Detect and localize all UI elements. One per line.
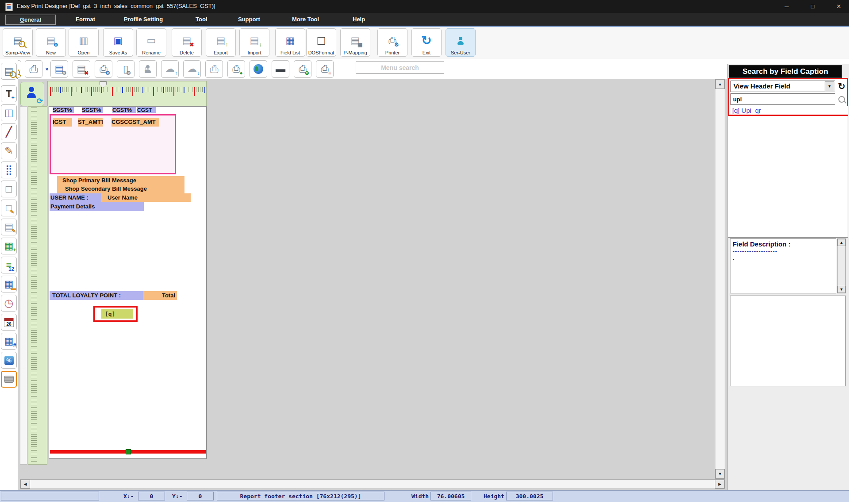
menu-item-more-tool[interactable]: More Tool bbox=[288, 15, 323, 24]
field-chip[interactable]: IGST bbox=[53, 118, 72, 127]
field-chip[interactable]: CGST bbox=[137, 107, 156, 113]
menu-item-profile-setting[interactable]: Profile Setting bbox=[120, 15, 166, 24]
ruler-tick bbox=[91, 87, 92, 96]
export-button[interactable]: ▤↑Export bbox=[206, 28, 236, 57]
cash-drawer-button[interactable]: ▬ bbox=[272, 60, 289, 78]
insert-text-icon: T+ bbox=[6, 89, 12, 99]
report-page[interactable]: SGST% SGST% CGST% CGST IGST ST_AMTT CGSC… bbox=[49, 106, 207, 459]
chevron-down-icon[interactable]: ▼ bbox=[825, 81, 834, 91]
scroll-right-button[interactable]: ▶ bbox=[715, 480, 725, 489]
minimize-button[interactable]: ─ bbox=[779, 0, 794, 13]
rename-button[interactable]: ▭Rename bbox=[136, 28, 166, 57]
menu-item-support[interactable]: Support bbox=[234, 15, 264, 24]
search-results-list[interactable] bbox=[728, 116, 848, 238]
ser-user-button[interactable]: Ser-User bbox=[446, 28, 476, 57]
pencil-tool[interactable]: ✎ bbox=[1, 142, 17, 159]
dosformat-button[interactable]: □DOSFormat bbox=[306, 28, 336, 57]
ruler-minor-ticks bbox=[50, 87, 204, 92]
canvas-horizontal-scrollbar[interactable]: ◀ ▶ bbox=[20, 479, 725, 489]
cloud-download-button[interactable]: ☁↓ bbox=[183, 60, 201, 78]
calendar-tool[interactable]: 26 bbox=[1, 314, 17, 331]
scroll-left-button[interactable]: ◀ bbox=[20, 480, 30, 489]
clock-tool[interactable]: ◷ bbox=[1, 295, 17, 312]
maximize-button[interactable]: □ bbox=[805, 0, 820, 13]
total-loyalty-label-field[interactable]: TOTAL LOYALTY POINT : bbox=[50, 291, 143, 300]
total-loyalty-value-field[interactable]: Total bbox=[143, 291, 177, 300]
user-name-label-field[interactable]: USER NAME : bbox=[50, 193, 102, 202]
scroll-up-button[interactable]: ▲ bbox=[837, 239, 845, 246]
new-button[interactable]: ▤⊕New bbox=[36, 28, 66, 57]
exit-button[interactable]: ↻Exit bbox=[411, 28, 442, 57]
field-caption-search-input[interactable] bbox=[730, 93, 835, 105]
printer-add-button[interactable]: ⎙⊕ bbox=[294, 60, 311, 78]
edit-page-tool[interactable]: □✎ bbox=[1, 200, 17, 216]
user-refresh-corner-button[interactable]: ⟳ bbox=[20, 82, 44, 106]
menu-item-help[interactable]: Help bbox=[349, 15, 369, 24]
toolbar-overflow-chevron[interactable]: » bbox=[44, 60, 50, 78]
user-export-button[interactable]: ↓ bbox=[139, 60, 157, 78]
receipt-printer-button[interactable]: ⎙ bbox=[205, 60, 223, 78]
scroll-down-button[interactable]: ▼ bbox=[837, 286, 845, 293]
printer-button[interactable]: ⎙⚙Printer bbox=[377, 28, 407, 57]
scroll-up-button[interactable]: ▲ bbox=[715, 79, 725, 89]
menu-item-general[interactable]: General bbox=[5, 15, 56, 25]
percent-tool[interactable]: % bbox=[1, 352, 17, 369]
field-chip[interactable]: SGST% bbox=[82, 107, 103, 113]
search-result-item[interactable]: [q] Upi_qr bbox=[730, 106, 848, 115]
samp-view-button[interactable]: ▤Samp-View bbox=[3, 28, 33, 57]
dot-matrix-tool[interactable]: ⣿ bbox=[1, 162, 17, 178]
secondary-message-field[interactable]: Shop Secondary Bill Message bbox=[57, 185, 184, 193]
insert-text-tool[interactable]: T+ bbox=[1, 85, 17, 102]
p-mapping-button[interactable]: ▤▦P-Mapping bbox=[340, 28, 370, 57]
menu-search-input[interactable] bbox=[356, 62, 444, 74]
search-icon bbox=[838, 96, 845, 103]
canvas-vertical-scrollbar[interactable]: ▲ ▼ bbox=[715, 79, 725, 479]
refresh-button[interactable]: ↻ bbox=[837, 81, 847, 92]
ruler-position-marker[interactable] bbox=[100, 81, 107, 88]
field-type-dropdown[interactable]: View Header Field ▼ bbox=[730, 81, 835, 92]
menu-item-format[interactable]: Format bbox=[72, 15, 99, 24]
blank-page-tool[interactable]: □ bbox=[1, 181, 17, 197]
tax-section-box[interactable]: IGST ST_AMTT CGSCGST_AMT bbox=[50, 114, 176, 174]
panel-layout-tool[interactable]: ◫ bbox=[1, 104, 17, 121]
import-button[interactable]: ▤↓Import bbox=[239, 28, 269, 57]
save-as-button[interactable]: ▣Save As bbox=[103, 28, 133, 57]
payment-details-header-field[interactable]: Payment Details bbox=[50, 202, 144, 211]
draw-line-tool[interactable]: ╱ bbox=[1, 123, 17, 140]
sample-preview-tool[interactable]: ▤ bbox=[1, 63, 17, 80]
total-loyalty-row[interactable]: TOTAL LOYALTY POINT : Total bbox=[50, 291, 177, 300]
field-chip[interactable]: CGSCGST_AMT bbox=[111, 118, 159, 127]
page-setup-button[interactable]: ▯⚙ bbox=[117, 60, 134, 78]
edit-lines-tool[interactable]: ▤✎ bbox=[1, 219, 17, 235]
delete-button[interactable]: ▤✖Delete bbox=[172, 28, 202, 57]
numeric-table-tool[interactable]: ▦# bbox=[1, 333, 17, 350]
format-delete-button[interactable]: ▤✖ bbox=[73, 60, 90, 78]
print-button[interactable]: ⎙ bbox=[25, 60, 42, 78]
cloud-upload-button[interactable]: ☁↑ bbox=[161, 60, 179, 78]
report-block-tool[interactable]: ▦▬ bbox=[1, 276, 17, 292]
upi-qr-field[interactable]: [q] bbox=[101, 309, 133, 319]
user-name-value-field[interactable]: User Name bbox=[101, 193, 191, 202]
field-chip[interactable]: SGST% bbox=[53, 107, 74, 113]
printer-settings-button[interactable]: ⎙⚙ bbox=[95, 60, 112, 78]
report-settings-button[interactable]: ▤⚙ bbox=[50, 60, 68, 78]
numbered-list-tool[interactable]: ≡12 bbox=[1, 257, 17, 273]
field-chip[interactable]: CGST% bbox=[112, 107, 136, 113]
web-button[interactable] bbox=[250, 60, 267, 78]
insert-image-tool[interactable]: ▦+ bbox=[1, 238, 17, 254]
scroll-down-button[interactable]: ▼ bbox=[715, 469, 725, 479]
menu-item-tool[interactable]: Tool bbox=[192, 15, 211, 24]
printer-format-button[interactable]: ⎙≡ bbox=[316, 60, 334, 78]
currency-coins-tool[interactable] bbox=[1, 371, 17, 388]
field-list-button[interactable]: ▦Field List bbox=[275, 28, 305, 57]
bill-message-block[interactable]: Shop Primary Bill Message Shop Secondary… bbox=[57, 176, 184, 193]
open-button[interactable]: ▥Open bbox=[69, 28, 99, 57]
web-icon bbox=[254, 64, 263, 74]
network-printer-button[interactable]: ⎙● bbox=[227, 60, 245, 78]
open-file-icon: ▥ bbox=[79, 36, 88, 46]
description-scrollbar[interactable]: ▲ ▼ bbox=[837, 239, 846, 293]
primary-message-field[interactable]: Shop Primary Bill Message bbox=[57, 176, 184, 185]
field-chip[interactable]: ST_AMTT bbox=[78, 118, 103, 127]
close-button[interactable]: ✕ bbox=[831, 0, 846, 13]
divider-drag-handle[interactable] bbox=[126, 449, 131, 454]
